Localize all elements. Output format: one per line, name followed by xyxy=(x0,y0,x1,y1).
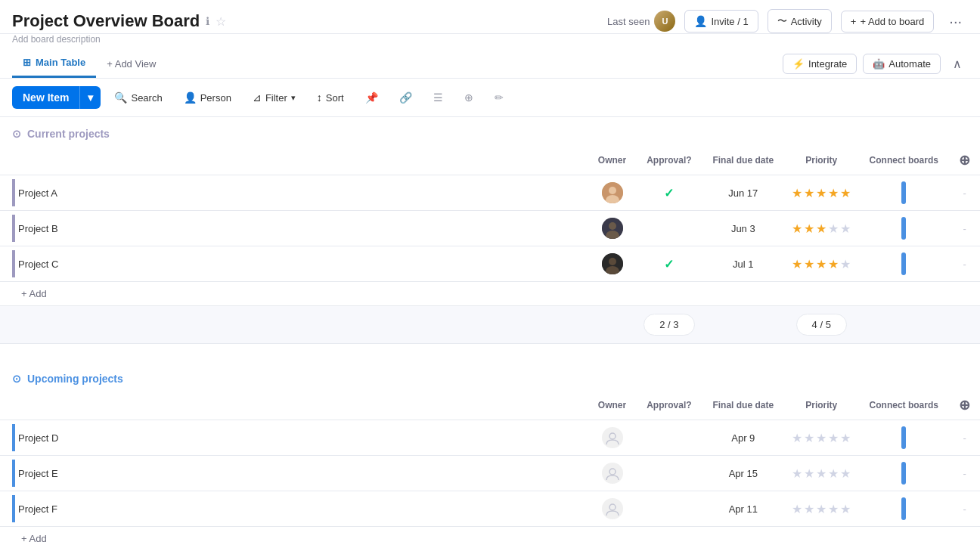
person-filter-button[interactable]: 👤 Person xyxy=(176,87,239,108)
new-item-dropdown-button[interactable]: ▾ xyxy=(79,86,101,109)
col-header-priority-up: Priority xyxy=(784,391,858,420)
project-c-owner-cell[interactable] xyxy=(588,246,637,282)
edit-button[interactable]: ✏ xyxy=(487,87,511,108)
col-add-button-up[interactable]: ⊕ xyxy=(949,391,980,420)
tab-main-table[interactable]: ⊞ Main Table xyxy=(12,49,96,78)
star-3: ★ xyxy=(816,466,826,481)
project-a-date-cell[interactable]: Jun 17 xyxy=(702,175,784,211)
project-e-name-cell[interactable]: Project E 💬 xyxy=(0,456,588,491)
current-projects-table: Owner Approval? Final due date Priority … xyxy=(0,146,980,344)
project-c-name-cell[interactable]: Project C 💬 xyxy=(0,246,588,282)
project-d-priority-cell[interactable]: ★ ★ ★ ★ ★ xyxy=(784,420,858,456)
project-c-date-cell[interactable]: Jul 1 xyxy=(702,246,784,282)
star-1: ★ xyxy=(792,221,802,236)
info-icon[interactable]: ℹ xyxy=(206,15,209,27)
filter-button[interactable]: ⊿ Filter ▾ xyxy=(245,87,303,108)
link-button[interactable]: 🔗 xyxy=(392,87,420,108)
new-item-main-button[interactable]: New Item xyxy=(12,86,79,109)
star-icon[interactable]: ☆ xyxy=(216,14,226,29)
project-e-date-cell[interactable]: Apr 15 xyxy=(702,456,784,491)
project-e-approval-cell[interactable] xyxy=(636,456,702,491)
project-f-owner-cell[interactable] xyxy=(588,491,637,527)
upcoming-projects-table: Owner Approval? Final due date Priority … xyxy=(0,391,980,545)
upcoming-projects-chevron[interactable]: ⊙ xyxy=(12,373,21,385)
activity-button[interactable]: 〜 Activity xyxy=(768,9,832,33)
row-height-button[interactable]: ☰ xyxy=(426,87,451,108)
add-row-upcoming[interactable]: + Add xyxy=(0,527,980,546)
add-row[interactable]: + Add xyxy=(0,282,980,306)
project-b-approval-cell[interactable] xyxy=(636,211,702,246)
pin-button[interactable]: 📌 xyxy=(358,87,386,108)
current-projects-chevron[interactable]: ⊙ xyxy=(12,128,21,140)
current-priority-summary-cell: 4 / 5 xyxy=(784,306,858,344)
project-b-name-cell[interactable]: Project B 💬 xyxy=(0,211,588,246)
project-a-name-cell[interactable]: Project A 💬 xyxy=(0,175,588,211)
project-f-date-cell[interactable]: Apr 11 xyxy=(702,491,784,527)
star-4: ★ xyxy=(828,221,839,236)
table-row: Project C 💬 xyxy=(0,246,980,282)
project-a-priority-cell[interactable]: ★ ★ ★ ★ ★ xyxy=(784,175,858,211)
project-e-owner-cell[interactable] xyxy=(588,456,637,491)
row-bar xyxy=(12,495,15,522)
summary-name-cell xyxy=(0,306,588,344)
project-e-connect-cell[interactable]: - xyxy=(949,456,980,491)
project-d-date-cell[interactable]: Apr 9 xyxy=(702,420,784,456)
project-f-approval-cell[interactable] xyxy=(636,491,702,527)
svg-point-10 xyxy=(609,469,616,475)
row-bar xyxy=(12,215,15,242)
project-f-connect-cell[interactable]: - xyxy=(949,491,980,527)
project-b-avatar xyxy=(602,218,623,239)
project-b-priority-cell[interactable]: ★ ★ ★ ★ ★ xyxy=(784,211,858,246)
project-e-priority-cell[interactable]: ★ ★ ★ ★ ★ xyxy=(784,456,858,491)
project-d-name-cell[interactable]: Project D 💬 xyxy=(0,420,588,456)
add-row-label[interactable]: + Add xyxy=(0,282,980,305)
add-row-cell[interactable]: + Add xyxy=(0,282,980,306)
project-d-owner-cell[interactable] xyxy=(588,420,637,456)
table-row: Project F 💬 xyxy=(0,491,980,527)
project-b-date-cell[interactable]: Jun 3 xyxy=(702,211,784,246)
project-d-approval-cell[interactable] xyxy=(636,420,702,456)
search-button[interactable]: 🔍 Search xyxy=(107,87,169,108)
summary-connect-cell xyxy=(949,306,980,344)
project-c-approval-cell[interactable]: ✓ xyxy=(636,246,702,282)
header-right: Last seen U 👤 Invite / 1 〜 Activity + + … xyxy=(607,9,968,33)
sort-label: Sort xyxy=(326,92,344,104)
approval-check: ✓ xyxy=(664,257,674,271)
project-a-connect-cell[interactable]: - xyxy=(949,175,980,211)
col-add-button[interactable]: ⊕ xyxy=(949,146,980,175)
project-c-priority-cell[interactable]: ★ ★ ★ ★ ★ xyxy=(784,246,858,282)
sort-button[interactable]: ↕ Sort xyxy=(309,87,352,108)
project-b-connect-cell[interactable]: - xyxy=(949,211,980,246)
project-e-name: Project E xyxy=(18,468,58,479)
automate-button[interactable]: 🤖 Automate xyxy=(863,54,941,74)
project-d-connect-cell[interactable]: - xyxy=(949,420,980,456)
more-options-button[interactable]: ··· xyxy=(943,10,968,33)
formula-button[interactable]: ⊕ xyxy=(457,87,481,108)
add-row-upcoming-label[interactable]: + Add xyxy=(0,527,980,545)
project-a-approval-cell[interactable]: ✓ xyxy=(636,175,702,211)
invite-button[interactable]: 👤 Invite / 1 xyxy=(684,10,758,33)
connect-label: Connect boards xyxy=(870,155,938,166)
top-header: Project Overview Board ℹ ☆ Last seen U 👤… xyxy=(0,0,980,34)
project-f-name-cell[interactable]: Project F 💬 xyxy=(0,491,588,527)
star-1: ★ xyxy=(792,431,802,445)
invite-label: Invite / 1 xyxy=(711,16,748,27)
collapse-button[interactable]: ∧ xyxy=(947,54,968,74)
star-5: ★ xyxy=(840,186,851,200)
project-a-owner-cell[interactable] xyxy=(588,175,637,211)
add-view-button[interactable]: + Add View xyxy=(96,51,166,77)
automate-label: Automate xyxy=(889,58,931,70)
filter-dropdown-icon: ▾ xyxy=(291,93,296,103)
add-row-upcoming-cell[interactable]: + Add xyxy=(0,527,980,546)
col-header-approval: Approval? xyxy=(636,146,702,175)
star-2: ★ xyxy=(804,257,814,271)
person-label: Person xyxy=(200,92,231,104)
automate-icon: 🤖 xyxy=(873,58,885,70)
project-c-connect-cell[interactable]: - xyxy=(949,246,980,282)
row-height-icon: ☰ xyxy=(433,91,443,104)
project-f-priority-cell[interactable]: ★ ★ ★ ★ ★ xyxy=(784,491,858,527)
integrate-button[interactable]: ⚡ Integrate xyxy=(783,54,857,74)
avatar: U xyxy=(654,11,675,32)
add-to-board-button[interactable]: + + Add to board xyxy=(841,11,935,33)
project-b-owner-cell[interactable] xyxy=(588,211,637,246)
